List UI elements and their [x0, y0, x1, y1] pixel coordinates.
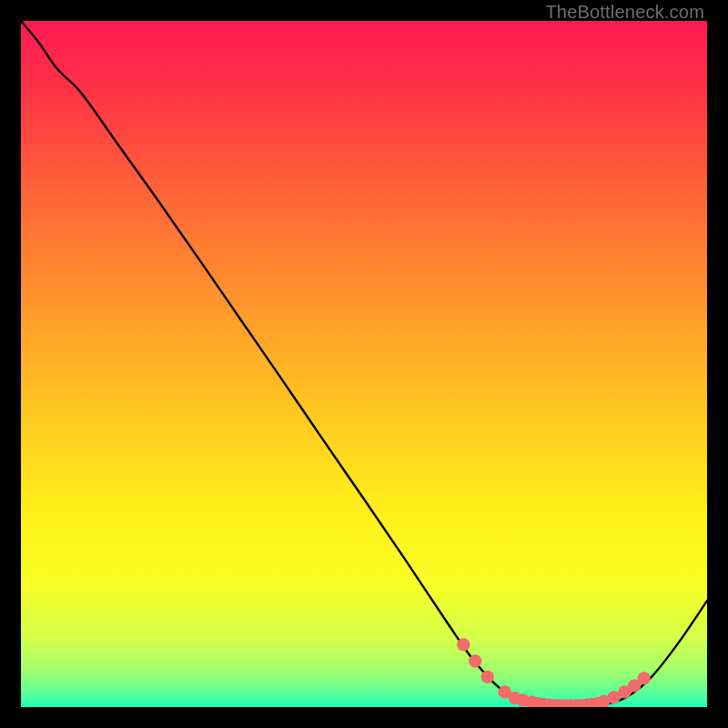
chart-frame — [21, 21, 707, 707]
valley-marker — [481, 671, 494, 683]
valley-marker — [457, 638, 470, 651]
chart-svg — [21, 21, 707, 707]
valley-marker — [469, 654, 481, 667]
valley-marker — [637, 672, 650, 684]
gradient-background — [21, 21, 707, 707]
watermark-text: TheBottleneck.com — [545, 2, 704, 23]
